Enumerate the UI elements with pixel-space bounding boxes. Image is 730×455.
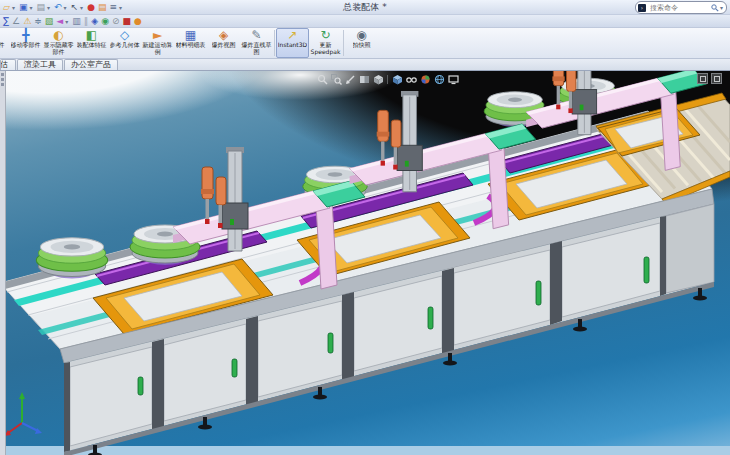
door-handle[interactable]: [328, 333, 333, 353]
move-component-icon: ╋: [22, 29, 29, 42]
show-hidden-components-button[interactable]: ◐ 显示隐藏零部件: [42, 28, 75, 58]
measure-icon[interactable]: ∠: [11, 17, 21, 26]
bill-of-materials-button[interactable]: ▦ 材料明细表: [174, 28, 207, 58]
interference-check-icon[interactable]: ≑: [33, 17, 43, 26]
dropdown-arrow[interactable]: ▾: [63, 3, 68, 12]
titlebar: ▱ ▾ ▣ ▾ ▤ ▾ ↶ ▾ ↖ ▾ ● ▤ ≡ ▾ 总装配体 * › ▾: [0, 0, 730, 15]
dropdown-arrow[interactable]: ▾: [11, 3, 16, 12]
pane-toggle-button[interactable]: [697, 73, 708, 84]
toolbar-divider: ∥: [83, 17, 90, 26]
print-icon[interactable]: ▤: [35, 3, 46, 12]
instant3d-icon: ↗: [287, 29, 297, 42]
save-icon[interactable]: ▣: [18, 3, 29, 12]
mate-icon[interactable]: ◄: [55, 17, 64, 26]
instant3d-button[interactable]: ↗ Instant3D: [276, 28, 309, 58]
orientation-triad: [4, 392, 42, 436]
feature-manager-strip[interactable]: [0, 71, 6, 455]
top-toolbar: ▱ ▾ ▣ ▾ ▤ ▾ ↶ ▾ ↖ ▾ ● ▤ ≡ ▾: [2, 3, 124, 12]
door-handle[interactable]: [428, 307, 433, 329]
exploded-view-button[interactable]: ◈ 爆炸视图: [207, 28, 240, 58]
pane-toggle-button[interactable]: [711, 73, 722, 84]
dropdown-arrow[interactable]: ▾: [720, 4, 723, 11]
rebuild-icon[interactable]: ●: [86, 3, 96, 12]
exploded-view-icon: ◈: [219, 29, 228, 42]
open-icon[interactable]: ▱: [2, 3, 11, 12]
component-pattern-icon[interactable]: ▥: [71, 17, 82, 26]
display-style-icon[interactable]: [391, 73, 403, 85]
explode-line-sketch-button[interactable]: ✎ 爆炸直线草图: [240, 28, 273, 58]
search-icon[interactable]: [711, 4, 719, 12]
door-handle[interactable]: [536, 281, 541, 305]
equations-icon[interactable]: ∑: [2, 17, 10, 26]
ribbon-separator: [343, 30, 344, 56]
view-settings-icon[interactable]: [447, 73, 459, 85]
section-off-icon[interactable]: ⊘: [111, 17, 121, 26]
command-search[interactable]: › ▾: [635, 1, 727, 14]
dropdown-arrow[interactable]: ▾: [79, 3, 84, 12]
door-handle[interactable]: [138, 377, 143, 395]
undo-icon[interactable]: ↶: [53, 3, 63, 12]
command-manager-tabs: 评估 渲染工具 办公室产品: [0, 59, 730, 71]
new-motion-study-icon: ►: [153, 29, 162, 42]
dropdown-arrow[interactable]: ▾: [46, 3, 51, 12]
take-snapshot-icon: ◉: [356, 29, 366, 42]
door-handle[interactable]: [232, 359, 237, 377]
smart-fasteners-button[interactable]: ♦ 智能扣件: [0, 28, 9, 58]
reference-geometry-icon: ◇: [120, 29, 129, 42]
assembly-features-button[interactable]: ◧ 装配体特征: [75, 28, 108, 58]
hud-divider: [387, 75, 388, 84]
render-icon[interactable]: ◉: [100, 17, 110, 26]
hide-show-items-icon[interactable]: [405, 73, 417, 85]
edit-appearance-icon[interactable]: [419, 73, 431, 85]
reference-geometry-button[interactable]: ◇ 参考几何体: [108, 28, 141, 58]
stop-icon[interactable]: ■: [122, 17, 133, 26]
appearance-icon[interactable]: ▧: [44, 17, 55, 26]
dropdown-arrow[interactable]: ▾: [28, 3, 33, 12]
zoom-fit-icon[interactable]: [316, 73, 328, 85]
explode-line-sketch-icon: ✎: [251, 29, 261, 42]
solidworks-logo-icon: ›: [638, 4, 646, 12]
dropdown-arrow[interactable]: ▾: [118, 3, 123, 12]
update-speedpak-button[interactable]: ↻ 更新Speedpak: [309, 28, 342, 58]
options-icon[interactable]: ≡: [109, 3, 119, 12]
bill-of-materials-icon: ▦: [185, 29, 196, 42]
update-speedpak-icon: ↻: [320, 29, 330, 42]
take-snapshot-button[interactable]: ◉ 拍快照: [345, 28, 378, 58]
select-icon[interactable]: ↖: [70, 3, 80, 12]
new-window-icon[interactable]: ◈: [90, 17, 99, 26]
sphere-icon[interactable]: ●: [133, 17, 143, 26]
tab-render-tools[interactable]: 渲染工具: [17, 59, 63, 70]
tab-evaluate[interactable]: 评估: [0, 59, 16, 70]
machine-3d-model[interactable]: [0, 71, 730, 455]
show-hidden-components-icon: ◐: [53, 29, 63, 42]
command-manager: ♦ 智能扣件 ╋ 移动零部件 ◐ 显示隐藏零部件 ◧ 装配体特征 ◇ 参考几何体…: [0, 28, 730, 59]
viewport-pane-buttons: [697, 73, 722, 84]
dropdown-arrow[interactable]: ▾: [64, 17, 69, 26]
graphics-viewport[interactable]: [0, 71, 730, 455]
view-orientation-icon[interactable]: [372, 73, 384, 85]
new-motion-study-button[interactable]: ► 新建运动算例: [141, 28, 174, 58]
file-properties-icon[interactable]: ▤: [97, 3, 108, 12]
apply-scene-icon[interactable]: [433, 73, 445, 85]
secondary-toolbar: ∑ ∠ ⚠ ≑ ▧ ◄ ▾ ▥ ∥ ◈ ◉ ⊘ ■ ●: [0, 15, 730, 28]
tab-office-products[interactable]: 办公室产品: [64, 59, 118, 70]
cabinet-end-panel: [666, 204, 714, 293]
zoom-area-icon[interactable]: [330, 73, 342, 85]
heads-up-toolbar: [316, 73, 459, 85]
section-view-icon[interactable]: [358, 73, 370, 85]
bowl-feeder: [36, 238, 107, 279]
ribbon-separator: [274, 30, 275, 56]
mass-properties-icon[interactable]: ⚠: [22, 17, 32, 26]
assembly-features-icon: ◧: [86, 29, 97, 42]
previous-view-icon[interactable]: [344, 73, 356, 85]
move-component-button[interactable]: ╋ 移动零部件: [9, 28, 42, 58]
door-handle[interactable]: [644, 257, 649, 283]
search-input[interactable]: [648, 3, 709, 13]
